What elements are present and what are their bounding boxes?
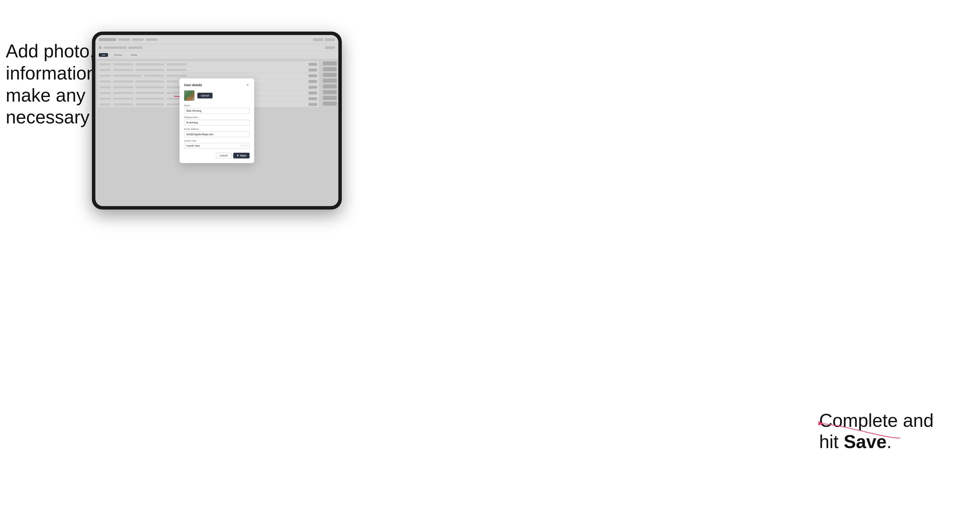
email-label: Email address: [184, 128, 250, 130]
user-details-modal: User details × Upload Name Display name: [180, 78, 254, 163]
cancel-button[interactable]: Cancel: [216, 153, 232, 159]
annotation-right-line1: Complete and: [819, 410, 934, 431]
email-field-group: Email address: [184, 128, 250, 137]
annotation-right: Complete and hit Save.: [819, 410, 957, 452]
school-year-label: School Year: [184, 140, 250, 142]
name-field-group: Name: [184, 104, 250, 114]
select-clear-icon[interactable]: ×: [241, 144, 242, 147]
display-name-input[interactable]: [184, 120, 250, 125]
modal-footer: Cancel ⬆ Save: [184, 153, 250, 159]
name-input[interactable]: [184, 108, 250, 114]
annotation-right-period: .: [887, 432, 892, 452]
school-year-select[interactable]: Fourth Year × ⌃⌄: [184, 143, 250, 149]
display-name-label: Display name: [184, 116, 250, 119]
annotation-right-bold: Save: [843, 432, 886, 452]
school-year-value: Fourth Year: [186, 144, 200, 147]
modal-header: User details ×: [184, 83, 250, 87]
modal-overlay: User details × Upload Name Display name: [95, 35, 338, 206]
upload-button[interactable]: Upload: [197, 93, 213, 98]
annotation-right-line2: hit: [819, 432, 843, 452]
save-label: Save: [240, 154, 246, 157]
select-arrows-icon[interactable]: ⌃⌄: [243, 144, 247, 147]
tablet-screen: List Overview Activity: [95, 35, 338, 206]
tablet-device: List Overview Activity: [92, 32, 342, 210]
name-label: Name: [184, 104, 250, 107]
save-icon: ⬆: [237, 154, 239, 157]
close-button[interactable]: ×: [246, 83, 250, 87]
save-button[interactable]: ⬆ Save: [233, 153, 250, 159]
email-input[interactable]: [184, 132, 250, 137]
photo-section: Upload: [184, 90, 250, 101]
select-controls: × ⌃⌄: [241, 144, 247, 147]
display-name-field-group: Display name: [184, 116, 250, 125]
user-photo-thumbnail: [184, 90, 194, 101]
modal-title: User details: [184, 83, 202, 87]
school-year-field-group: School Year Fourth Year × ⌃⌄: [184, 140, 250, 149]
